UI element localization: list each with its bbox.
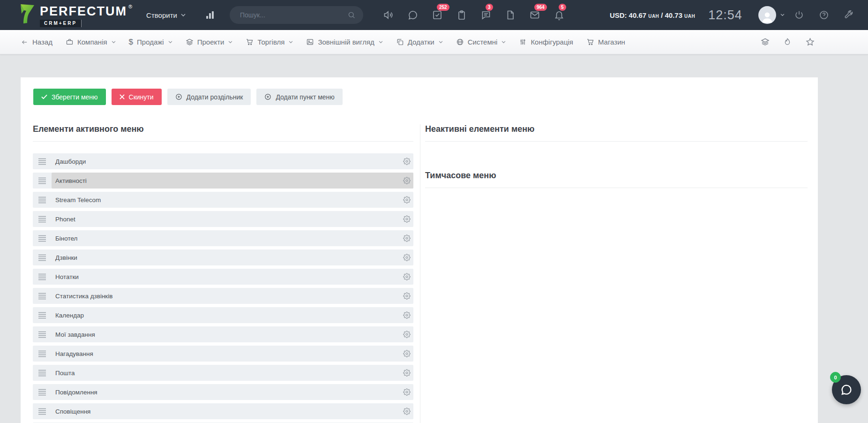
dashboard-chart-button[interactable] <box>204 9 216 21</box>
currency-prefix: USD: <box>610 11 627 19</box>
grip-icon <box>38 273 46 280</box>
gear-icon[interactable] <box>403 408 411 415</box>
menu-item-row[interactable]: Нотатки <box>33 269 413 285</box>
gear-icon[interactable] <box>403 158 411 165</box>
menu-item-row[interactable]: Активності <box>33 173 413 189</box>
hot-actions-button[interactable] <box>783 37 793 47</box>
user-menu-button[interactable] <box>758 6 785 24</box>
check-icon <box>41 94 47 99</box>
chat-button[interactable] <box>407 9 419 21</box>
menu-item-row[interactable]: Бінотел <box>33 230 413 246</box>
drag-handle[interactable] <box>33 173 52 189</box>
create-button[interactable]: Створити <box>146 11 186 19</box>
menu-item-label: Календар <box>55 312 84 319</box>
drag-handle[interactable] <box>33 365 52 381</box>
drag-handle[interactable] <box>33 326 52 342</box>
active-menu-title: Елементи активного меню <box>33 124 413 142</box>
menu-item-row[interactable]: Статистика дзвінків <box>33 288 413 304</box>
settings-wrench-button[interactable] <box>844 10 854 20</box>
drag-handle[interactable] <box>33 288 52 304</box>
documents-button[interactable] <box>505 9 516 21</box>
gear-icon[interactable] <box>403 331 411 338</box>
grip-icon <box>38 216 46 223</box>
menu-item-row[interactable]: Нагадування <box>33 346 413 362</box>
tasks-button[interactable]: 252 <box>432 9 443 21</box>
nav-item-company[interactable]: Компанія <box>66 38 116 46</box>
gear-icon[interactable] <box>403 350 411 357</box>
layers-shortcut-button[interactable] <box>760 37 771 47</box>
drag-handle[interactable] <box>33 384 52 400</box>
nav-item-label: Торгівля <box>257 38 284 46</box>
nav-item-store[interactable]: Магазин <box>586 38 625 46</box>
drag-handle[interactable] <box>33 346 52 362</box>
menu-item-row[interactable]: Мої завдання <box>33 326 413 342</box>
app-logo: PERFECTUM ® CRM+ERP <box>19 3 132 27</box>
gear-icon[interactable] <box>403 388 411 396</box>
reset-button[interactable]: Скинути <box>112 89 162 105</box>
menu-item-label: Сповіщення <box>55 408 90 415</box>
nav-item-addons[interactable]: Додатки <box>396 38 443 46</box>
menu-item-label: Бінотел <box>55 235 78 242</box>
drag-handle[interactable] <box>33 307 52 323</box>
menu-item-row[interactable]: Дзвінки <box>33 249 413 265</box>
help-button[interactable] <box>819 10 829 20</box>
chevron-down-icon <box>379 41 383 44</box>
drag-handle[interactable] <box>33 230 52 246</box>
gear-icon[interactable] <box>403 196 411 204</box>
drag-handle[interactable] <box>33 153 52 169</box>
gear-icon[interactable] <box>403 234 411 242</box>
nav-item-trade[interactable]: Торгівля <box>246 38 293 46</box>
nav-back-button[interactable]: Назад <box>21 38 52 46</box>
add-divider-button[interactable]: Додати роздільник <box>167 89 251 105</box>
menu-item-label: Повідомлення <box>55 389 97 396</box>
active-menu-panel: Елементи активного меню Дашборди Активно… <box>21 124 420 423</box>
gear-icon[interactable] <box>403 177 411 184</box>
drag-handle[interactable] <box>33 192 52 208</box>
tasks-badge: 252 <box>437 4 449 11</box>
gear-icon[interactable] <box>403 215 411 223</box>
gear-icon[interactable] <box>403 369 411 377</box>
gear-icon[interactable] <box>403 292 411 300</box>
menu-item-row[interactable]: Сповіщення <box>33 403 413 419</box>
arrow-left-icon <box>21 39 29 45</box>
favorites-button[interactable] <box>805 37 816 47</box>
menu-item-row[interactable]: Пошта <box>33 365 413 381</box>
menu-item-row[interactable]: Календар <box>33 307 413 323</box>
bar-chart-icon <box>204 9 216 21</box>
menu-item-row[interactable]: Phonet <box>33 211 413 227</box>
comments-button[interactable]: 3 <box>480 9 492 21</box>
chevron-down-icon <box>228 41 232 44</box>
support-chat-button[interactable]: 0 <box>832 375 861 404</box>
drag-handle[interactable] <box>33 211 52 227</box>
nav-item-sales[interactable]: $ Продажі <box>129 38 172 46</box>
grip-icon <box>38 312 46 319</box>
logout-button[interactable] <box>794 10 804 20</box>
menu-item-row[interactable]: Повідомлення <box>33 384 413 400</box>
drag-handle[interactable] <box>33 249 52 265</box>
drag-handle[interactable] <box>33 269 52 285</box>
comment-icon <box>480 9 492 21</box>
search-input[interactable] <box>240 11 347 19</box>
notifications-badge: 5 <box>559 4 566 11</box>
grip-icon <box>38 408 46 415</box>
drag-handle[interactable] <box>33 403 52 419</box>
gear-icon[interactable] <box>403 311 411 319</box>
sound-button[interactable] <box>383 9 394 21</box>
clipboard-button[interactable] <box>456 9 467 21</box>
nav-item-projects[interactable]: Проекти <box>186 38 233 46</box>
mail-button[interactable]: 964 <box>529 9 540 21</box>
gear-icon[interactable] <box>403 254 411 261</box>
nav-item-system[interactable]: Системні <box>456 38 506 46</box>
add-menu-item-button[interactable]: Додати пункт меню <box>256 89 342 105</box>
menu-item-label: Статистика дзвінків <box>55 293 112 300</box>
notifications-button[interactable]: 5 <box>554 9 565 21</box>
search-icon <box>347 11 356 19</box>
nav-item-configuration[interactable]: Конфігурація <box>519 38 573 46</box>
menu-item-row[interactable]: Дашборди <box>33 153 413 169</box>
menu-item-label: Мої завдання <box>55 331 95 338</box>
menu-item-row[interactable]: Stream Telecom <box>33 192 413 208</box>
gear-icon[interactable] <box>403 273 411 280</box>
shopping-cart-icon <box>586 38 594 46</box>
save-menu-button[interactable]: Зберегти меню <box>33 89 106 105</box>
nav-item-appearance[interactable]: Зовнішній вигляд <box>306 38 382 46</box>
